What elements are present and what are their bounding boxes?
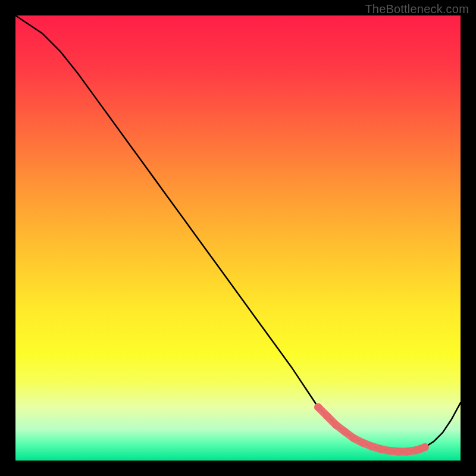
chart-stage: TheBottleneck.com <box>0 0 476 476</box>
chart-overlay <box>15 15 461 461</box>
highlight-dot <box>350 434 358 442</box>
data-curve <box>15 15 461 452</box>
highlight-dot <box>368 443 375 450</box>
highlight-dot <box>341 428 349 436</box>
plot-area <box>15 15 461 461</box>
highlight-dot <box>386 447 393 455</box>
highlight-dot <box>403 448 411 456</box>
highlight-dot <box>377 445 384 453</box>
highlight-dot <box>359 439 367 447</box>
highlight-dot <box>323 412 331 420</box>
highlight-dot <box>332 421 340 429</box>
highlight-dot <box>314 403 322 411</box>
watermark-text: TheBottleneck.com <box>365 2 469 16</box>
highlight-dot <box>421 443 429 451</box>
highlight-dot <box>394 448 402 456</box>
